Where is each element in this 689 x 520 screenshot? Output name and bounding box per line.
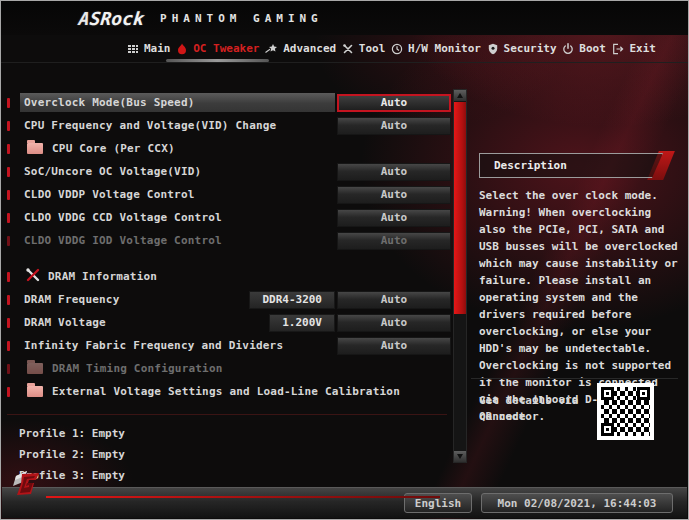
tab-label: Exit [629, 42, 656, 55]
tab-oc-tweaker[interactable]: OC Tweaker [176, 42, 259, 55]
tab-main[interactable]: Main [127, 42, 171, 55]
setting-label: CLDO VDDP Voltage Control [20, 188, 335, 201]
setting-row-overclock-mode[interactable]: Overclock Mode(Bus Speed) Auto [3, 91, 451, 114]
setting-value-button: Auto [337, 232, 451, 250]
qr-finder-icon [601, 423, 614, 436]
setting-row-cpu-frequency-voltage[interactable]: CPU Frequency and Voltage(VID) Change Au… [3, 114, 451, 137]
star-icon [265, 43, 278, 55]
setting-row-cldo-vddp[interactable]: CLDO VDDP Voltage Control Auto [3, 183, 451, 206]
row-tick-icon [7, 341, 10, 351]
setting-row-cldo-vddg-iod: CLDO VDDG IOD Voltage Control Auto [3, 229, 451, 252]
list-spacer [3, 252, 451, 265]
folder-row-external-voltage[interactable]: External Voltage Settings and Load-Line … [3, 380, 451, 403]
qr-code-pattern [601, 387, 650, 436]
row-tick-icon [7, 213, 10, 223]
setting-label: SoC/Uncore OC Voltage(VID) [20, 165, 335, 178]
setting-info-value: DDR4-3200 [249, 291, 335, 309]
profile-label: Profile 2: Empty [19, 448, 125, 461]
setting-label: DRAM Frequency [20, 293, 249, 306]
monitor-icon [391, 43, 403, 55]
row-tick-icon [7, 121, 10, 131]
tools-icon [342, 43, 354, 55]
folder-icon [27, 143, 43, 154]
row-tick-icon [7, 387, 10, 397]
list-scrollbar[interactable] [453, 89, 467, 463]
setting-label: DRAM Timing Configuration [52, 362, 451, 375]
datetime-display: Mon 02/08/2021, 16:44:03 [481, 493, 673, 513]
profile-row-1[interactable]: Profile 1: Empty [3, 423, 451, 444]
qr-code [597, 383, 654, 440]
setting-value-button[interactable]: Auto [337, 209, 451, 227]
setting-label: CPU Frequency and Voltage(VID) Change [20, 119, 335, 132]
setting-label: DRAM Voltage [20, 316, 269, 329]
tab-label: Boot [579, 42, 606, 55]
tab-label: Security [504, 42, 557, 55]
setting-label: CLDO VDDG CCD Voltage Control [20, 211, 335, 224]
side-panel-divider [471, 378, 678, 379]
qr-finder-icon [601, 387, 614, 400]
tab-security[interactable]: Security [487, 42, 557, 55]
flame-icon [176, 43, 188, 55]
list-divider [7, 414, 447, 415]
profile-label: Profile 1: Empty [19, 427, 125, 440]
setting-value-button[interactable]: Auto [337, 94, 451, 112]
description-title: Description [494, 159, 567, 172]
row-tick-icon [7, 144, 10, 154]
qr-finder-icon [637, 387, 650, 400]
section-row-dram-information[interactable]: DRAM Information [3, 265, 451, 288]
profile-row-3[interactable]: Profile 3: Empty [3, 465, 451, 486]
menu-tab-bar: Main OC Tweaker Advanced Tool H/W Monito… [1, 35, 688, 63]
brand-title: PHANTOM GAMING [160, 12, 323, 25]
setting-label: CLDO VDDG IOD Voltage Control [20, 234, 335, 247]
bios-screen: ASRock PHANTOM GAMING Main OC Tweaker Ad… [0, 0, 689, 520]
tab-tool[interactable]: Tool [342, 42, 386, 55]
row-tick-icon [7, 98, 10, 108]
setting-value-button[interactable]: Auto [337, 186, 451, 204]
description-header: Description [479, 153, 663, 178]
scroll-down-arrow-icon[interactable] [454, 451, 466, 462]
setting-row-dram-voltage[interactable]: DRAM Voltage 1.200V Auto [3, 311, 451, 334]
shield-icon [487, 43, 499, 55]
scrollbar-thumb[interactable] [454, 102, 466, 314]
scroll-up-arrow-icon[interactable] [454, 90, 466, 101]
tab-label: Advanced [283, 42, 336, 55]
setting-label: CPU Core (Per CCX) [52, 142, 451, 155]
setting-row-infinity-fabric[interactable]: Infinity Fabric Frequency and Dividers A… [3, 334, 451, 357]
setting-row-cldo-vddg-ccd[interactable]: CLDO VDDG CCD Voltage Control Auto [3, 206, 451, 229]
setting-row-dram-frequency[interactable]: DRAM Frequency DDR4-3200 Auto [3, 288, 451, 311]
setting-value-button[interactable]: Auto [337, 314, 451, 332]
setting-label: External Voltage Settings and Load-Line … [52, 385, 451, 398]
tab-exit[interactable]: Exit [611, 42, 656, 55]
setting-value-button[interactable]: Auto [337, 291, 451, 309]
row-tick-icon [7, 295, 10, 305]
setting-value-button[interactable]: Auto [337, 163, 451, 181]
setting-label: Infinity Fabric Frequency and Dividers [20, 339, 335, 352]
setting-row-soc-uncore-voltage[interactable]: SoC/Uncore OC Voltage(VID) Auto [3, 160, 451, 183]
tab-boot[interactable]: Boot [562, 42, 606, 55]
qr-code-label: Get details via QR code [479, 393, 597, 425]
tab-advanced[interactable]: Advanced [265, 42, 336, 55]
tab-label: Main [144, 42, 171, 55]
row-tick-icon [7, 190, 10, 200]
setting-value-button[interactable]: Auto [337, 117, 451, 135]
asrock-logo: ASRock [78, 8, 145, 29]
tab-label: H/W Monitor [408, 42, 481, 55]
row-tick-icon [7, 272, 10, 282]
folder-row-cpu-core-per-ccx[interactable]: CPU Core (Per CCX) [3, 137, 451, 160]
setting-info-value: 1.200V [269, 314, 335, 332]
grid-icon [127, 43, 139, 55]
row-tick-icon [7, 236, 10, 246]
tab-label: Tool [359, 42, 386, 55]
setting-value-button[interactable]: Auto [337, 337, 451, 355]
phantom-gaming-logo [8, 464, 46, 506]
header: ASRock PHANTOM GAMING [1, 1, 688, 35]
settings-list: Overclock Mode(Bus Speed) Auto CPU Frequ… [3, 91, 451, 486]
red-accent-line [46, 496, 440, 498]
row-tick-icon [7, 318, 10, 328]
profile-row-2[interactable]: Profile 2: Empty [3, 444, 451, 465]
tab-label: OC Tweaker [193, 42, 259, 55]
folder-icon [27, 363, 43, 374]
row-tick-icon [7, 167, 10, 177]
folder-row-dram-timing: DRAM Timing Configuration [3, 357, 451, 380]
tab-hw-monitor[interactable]: H/W Monitor [391, 42, 481, 55]
